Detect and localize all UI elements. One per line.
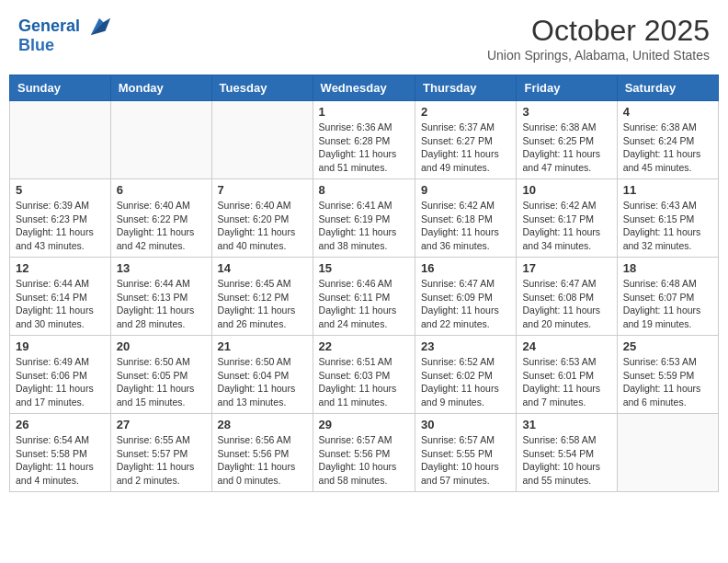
calendar-cell: 27Sunrise: 6:55 AMSunset: 5:57 PMDayligh…: [110, 414, 211, 492]
day-number: 3: [522, 105, 610, 119]
page-header: General Blue October 2025 Union Springs,…: [9, 9, 719, 67]
day-info: Sunrise: 6:41 AMSunset: 6:19 PMDaylight:…: [319, 199, 409, 253]
day-number: 13: [117, 261, 206, 275]
calendar-cell: 10Sunrise: 6:42 AMSunset: 6:17 PMDayligh…: [517, 179, 617, 258]
day-number: 4: [623, 105, 712, 119]
calendar-cell: 4Sunrise: 6:38 AMSunset: 6:24 PMDaylight…: [617, 101, 718, 179]
day-number: 20: [117, 339, 206, 353]
calendar-cell: 31Sunrise: 6:58 AMSunset: 5:54 PMDayligh…: [517, 414, 617, 492]
day-info: Sunrise: 6:44 AMSunset: 6:14 PMDaylight:…: [16, 277, 105, 331]
day-number: 18: [623, 261, 712, 275]
day-info: Sunrise: 6:53 AMSunset: 6:01 PMDaylight:…: [522, 355, 610, 409]
calendar-cell: 13Sunrise: 6:44 AMSunset: 6:13 PMDayligh…: [110, 258, 211, 336]
day-number: 25: [623, 339, 712, 353]
calendar-cell: 6Sunrise: 6:40 AMSunset: 6:22 PMDaylight…: [110, 179, 211, 258]
calendar-cell: 18Sunrise: 6:48 AMSunset: 6:07 PMDayligh…: [617, 258, 718, 336]
calendar-cell: 17Sunrise: 6:47 AMSunset: 6:08 PMDayligh…: [517, 258, 617, 336]
weekday-header-monday: Monday: [110, 75, 211, 101]
day-number: 17: [522, 261, 610, 275]
calendar-cell: 23Sunrise: 6:52 AMSunset: 6:02 PMDayligh…: [415, 336, 517, 414]
day-number: 21: [218, 339, 307, 353]
week-row-1: 1Sunrise: 6:36 AMSunset: 6:28 PMDaylight…: [10, 101, 719, 179]
week-row-5: 26Sunrise: 6:54 AMSunset: 5:58 PMDayligh…: [10, 414, 719, 492]
day-info: Sunrise: 6:51 AMSunset: 6:03 PMDaylight:…: [319, 355, 409, 409]
calendar-cell: 22Sunrise: 6:51 AMSunset: 6:03 PMDayligh…: [313, 336, 415, 414]
calendar-cell: [211, 101, 313, 179]
day-info: Sunrise: 6:57 AMSunset: 5:55 PMDaylight:…: [421, 433, 510, 488]
day-number: 30: [421, 418, 510, 431]
calendar-cell: 24Sunrise: 6:53 AMSunset: 6:01 PMDayligh…: [517, 336, 617, 414]
calendar-table: SundayMondayTuesdayWednesdayThursdayFrid…: [9, 75, 719, 492]
calendar-cell: 9Sunrise: 6:42 AMSunset: 6:18 PMDaylight…: [415, 179, 517, 258]
day-info: Sunrise: 6:36 AMSunset: 6:28 PMDaylight:…: [319, 121, 409, 175]
day-info: Sunrise: 6:44 AMSunset: 6:13 PMDaylight:…: [117, 277, 206, 331]
day-number: 16: [421, 261, 510, 275]
weekday-header-tuesday: Tuesday: [211, 75, 313, 101]
location: Union Springs, Alabama, United States: [487, 48, 710, 63]
day-info: Sunrise: 6:39 AMSunset: 6:23 PMDaylight:…: [16, 199, 105, 253]
weekday-header-wednesday: Wednesday: [313, 75, 415, 101]
day-info: Sunrise: 6:40 AMSunset: 6:20 PMDaylight:…: [218, 199, 307, 253]
day-number: 6: [117, 183, 206, 197]
day-number: 29: [319, 418, 409, 431]
day-info: Sunrise: 6:38 AMSunset: 6:24 PMDaylight:…: [623, 121, 712, 175]
title-section: October 2025 Union Springs, Alabama, Uni…: [487, 14, 710, 63]
logo: General Blue: [18, 14, 112, 55]
day-number: 7: [218, 183, 307, 197]
weekday-header-sunday: Sunday: [10, 75, 111, 101]
day-number: 24: [522, 339, 610, 353]
day-info: Sunrise: 6:56 AMSunset: 5:56 PMDaylight:…: [218, 433, 307, 488]
day-number: 26: [16, 418, 105, 431]
calendar-cell: 19Sunrise: 6:49 AMSunset: 6:06 PMDayligh…: [10, 336, 111, 414]
day-number: 27: [117, 418, 206, 431]
day-number: 1: [319, 105, 409, 119]
calendar-cell: [110, 101, 211, 179]
calendar-cell: 20Sunrise: 6:50 AMSunset: 6:05 PMDayligh…: [110, 336, 211, 414]
day-number: 8: [319, 183, 409, 197]
day-info: Sunrise: 6:42 AMSunset: 6:17 PMDaylight:…: [522, 199, 610, 253]
day-info: Sunrise: 6:47 AMSunset: 6:08 PMDaylight:…: [522, 277, 610, 331]
day-number: 10: [522, 183, 610, 197]
day-info: Sunrise: 6:55 AMSunset: 5:57 PMDaylight:…: [117, 433, 206, 488]
weekday-header-row: SundayMondayTuesdayWednesdayThursdayFrid…: [10, 75, 719, 101]
calendar-cell: 21Sunrise: 6:50 AMSunset: 6:04 PMDayligh…: [211, 336, 313, 414]
day-number: 23: [421, 339, 510, 353]
day-info: Sunrise: 6:50 AMSunset: 6:05 PMDaylight:…: [117, 355, 206, 409]
day-info: Sunrise: 6:42 AMSunset: 6:18 PMDaylight:…: [421, 199, 510, 253]
calendar-cell: 14Sunrise: 6:45 AMSunset: 6:12 PMDayligh…: [211, 258, 313, 336]
calendar-cell: 25Sunrise: 6:53 AMSunset: 5:59 PMDayligh…: [617, 336, 718, 414]
day-info: Sunrise: 6:53 AMSunset: 5:59 PMDaylight:…: [623, 355, 712, 409]
calendar-cell: 16Sunrise: 6:47 AMSunset: 6:09 PMDayligh…: [415, 258, 517, 336]
day-number: 9: [421, 183, 510, 197]
day-info: Sunrise: 6:52 AMSunset: 6:02 PMDaylight:…: [421, 355, 510, 409]
calendar-cell: 12Sunrise: 6:44 AMSunset: 6:14 PMDayligh…: [10, 258, 111, 336]
calendar-cell: 8Sunrise: 6:41 AMSunset: 6:19 PMDaylight…: [313, 179, 415, 258]
day-number: 28: [218, 418, 307, 431]
weekday-header-saturday: Saturday: [617, 75, 718, 101]
day-info: Sunrise: 6:57 AMSunset: 5:56 PMDaylight:…: [319, 433, 409, 488]
day-number: 11: [623, 183, 712, 197]
day-info: Sunrise: 6:49 AMSunset: 6:06 PMDaylight:…: [16, 355, 105, 409]
day-info: Sunrise: 6:58 AMSunset: 5:54 PMDaylight:…: [522, 433, 610, 488]
day-info: Sunrise: 6:40 AMSunset: 6:22 PMDaylight:…: [117, 199, 206, 253]
day-number: 12: [16, 261, 105, 275]
week-row-3: 12Sunrise: 6:44 AMSunset: 6:14 PMDayligh…: [10, 258, 719, 336]
day-number: 2: [421, 105, 510, 119]
calendar-cell: 7Sunrise: 6:40 AMSunset: 6:20 PMDaylight…: [211, 179, 313, 258]
calendar-cell: 5Sunrise: 6:39 AMSunset: 6:23 PMDaylight…: [10, 179, 111, 258]
calendar-cell: 28Sunrise: 6:56 AMSunset: 5:56 PMDayligh…: [211, 414, 313, 492]
day-info: Sunrise: 6:48 AMSunset: 6:07 PMDaylight:…: [623, 277, 712, 331]
day-number: 19: [16, 339, 105, 353]
calendar-cell: [10, 101, 111, 179]
calendar-cell: 15Sunrise: 6:46 AMSunset: 6:11 PMDayligh…: [313, 258, 415, 336]
week-row-4: 19Sunrise: 6:49 AMSunset: 6:06 PMDayligh…: [10, 336, 719, 414]
calendar-cell: 3Sunrise: 6:38 AMSunset: 6:25 PMDaylight…: [517, 101, 617, 179]
day-number: 5: [16, 183, 105, 197]
day-number: 22: [319, 339, 409, 353]
calendar-cell: 2Sunrise: 6:37 AMSunset: 6:27 PMDaylight…: [415, 101, 517, 179]
calendar-cell: 30Sunrise: 6:57 AMSunset: 5:55 PMDayligh…: [415, 414, 517, 492]
day-info: Sunrise: 6:37 AMSunset: 6:27 PMDaylight:…: [421, 121, 510, 175]
day-info: Sunrise: 6:47 AMSunset: 6:09 PMDaylight:…: [421, 277, 510, 331]
calendar-cell: [617, 414, 718, 492]
day-number: 15: [319, 261, 409, 275]
